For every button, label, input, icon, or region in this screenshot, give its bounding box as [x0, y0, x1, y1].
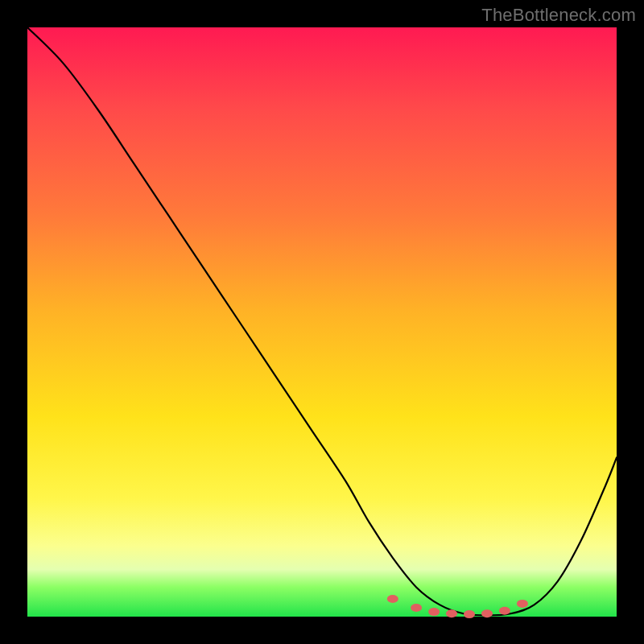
- bottleneck-curve: [27, 27, 617, 616]
- plot-area: [27, 27, 617, 617]
- chart-frame: TheBottleneck.com: [0, 0, 644, 644]
- curve-layer: [27, 27, 617, 617]
- minimum-dot: [387, 595, 398, 603]
- minimum-dot: [481, 609, 493, 617]
- watermark-text: TheBottleneck.com: [481, 5, 636, 26]
- minimum-dot: [411, 604, 422, 612]
- minimum-dot: [499, 607, 510, 615]
- minimum-dot: [517, 600, 528, 608]
- minimum-dot: [428, 608, 440, 616]
- minimum-dot: [446, 609, 457, 617]
- minimum-dot: [464, 610, 475, 618]
